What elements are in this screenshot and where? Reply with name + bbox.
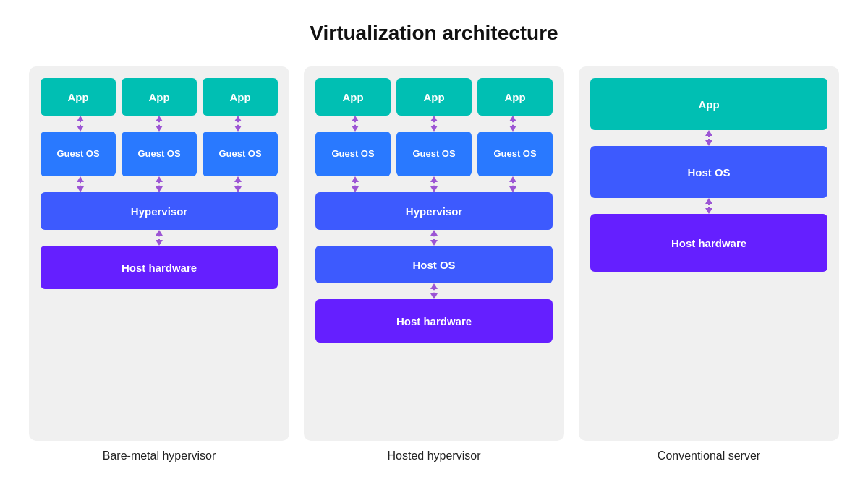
arrow-up-icon-3 <box>234 116 242 121</box>
arrow-up-c1 <box>705 130 712 136</box>
guest-os-2: Guest OS <box>122 132 197 176</box>
arrow-unit-2 <box>119 116 198 132</box>
arrow-up-h6 <box>509 176 516 182</box>
apps-row-hosted: App App App <box>315 78 553 116</box>
dashed-arrow-s1 <box>154 230 164 246</box>
dashed-arrow-c2 <box>704 198 714 214</box>
arrow-up-c2 <box>705 198 712 204</box>
app-box-conv: App <box>590 78 827 130</box>
dashed-arrow-1 <box>75 116 85 132</box>
hosted-diagram: App App App <box>304 66 564 463</box>
arrow-unit-3 <box>199 116 278 132</box>
bare-metal-diagram: App App App <box>29 66 289 463</box>
arrow-down-icon-2 <box>156 126 163 132</box>
dashed-arrow-h2 <box>429 116 439 132</box>
arrow-up-h1 <box>352 116 359 121</box>
bare-metal-label: Bare-metal hypervisor <box>103 450 216 463</box>
arrow-unit-h4 <box>315 176 394 192</box>
app-box-1: App <box>41 78 116 116</box>
arrow-down-h2 <box>430 126 438 132</box>
arrow-down-h3 <box>509 126 516 132</box>
dashed-arrow-6 <box>233 176 243 192</box>
arrow-connector-2 <box>41 176 278 192</box>
arrow-down-h6 <box>509 186 516 192</box>
arrow-connector-h2 <box>315 176 553 192</box>
arrow-down-icon-4 <box>77 186 84 192</box>
guest-os-row-hosted: Guest OS Guest OS Guest OS <box>315 132 553 176</box>
dashed-arrow-h6 <box>508 176 518 192</box>
arrow-unit-4 <box>41 176 119 192</box>
arrow-up-icon <box>77 116 84 121</box>
arrow-down-s1 <box>156 240 163 246</box>
arrow-single-1 <box>41 230 278 246</box>
guest-os-1: Guest OS <box>41 132 116 176</box>
arrow-down-icon-5 <box>156 186 163 192</box>
arrow-down-hs2 <box>430 293 438 299</box>
arrow-unit-h2 <box>394 116 473 132</box>
arrow-up-icon-5 <box>156 176 163 182</box>
arrow-up-hs1 <box>430 230 438 236</box>
arrow-down-c1 <box>705 140 712 146</box>
arrow-unit-h5 <box>394 176 473 192</box>
hypervisor-layer-bm: Hypervisor <box>41 192 278 230</box>
bare-metal-box: App App App <box>29 66 289 441</box>
app-box-2: App <box>122 78 197 116</box>
arrow-up-icon-6 <box>234 176 242 182</box>
guest-os-row-bare-metal: Guest OS Guest OS Guest OS <box>41 132 278 176</box>
hosted-label: Hosted hypervisor <box>388 450 481 463</box>
arrow-down-h1 <box>352 126 359 132</box>
arrow-unit-h3 <box>474 116 553 132</box>
arrow-single-c1 <box>590 130 827 146</box>
host-os-hosted: Host OS <box>315 246 553 283</box>
app-box-h3: App <box>477 78 553 116</box>
hosted-box: App App App <box>304 66 564 441</box>
arrow-down-h4 <box>352 186 359 192</box>
diagrams-row: App App App <box>29 66 839 463</box>
dashed-arrow-4 <box>75 176 85 192</box>
arrow-connector-h1 <box>315 116 553 132</box>
app-box-3: App <box>203 78 278 116</box>
page-title: Virtualization architecture <box>310 22 558 45</box>
host-os-conv: Host OS <box>590 146 827 198</box>
arrow-down-c2 <box>705 208 712 214</box>
dashed-arrow-h4 <box>350 176 360 192</box>
arrow-down-h5 <box>430 186 438 192</box>
apps-row-bare-metal: App App App <box>41 78 278 116</box>
dashed-arrow-hs2 <box>429 283 439 299</box>
guest-os-h2: Guest OS <box>396 132 472 176</box>
dashed-arrow-c1 <box>704 130 714 146</box>
conventional-diagram: App Host OS Host hardware Conventional s… <box>579 66 839 463</box>
arrow-unit-5 <box>119 176 198 192</box>
app-box-h2: App <box>396 78 472 116</box>
guest-os-h1: Guest OS <box>315 132 391 176</box>
host-hardware-bm: Host hardware <box>41 246 278 289</box>
arrow-unit-6 <box>199 176 278 192</box>
arrow-up-h5 <box>430 176 438 182</box>
arrow-unit-1 <box>41 116 119 132</box>
conventional-label: Conventional server <box>658 450 760 463</box>
guest-os-h3: Guest OS <box>477 132 553 176</box>
arrow-connector-1 <box>41 116 278 132</box>
dashed-arrow-h3 <box>508 116 518 132</box>
host-hardware-hosted: Host hardware <box>315 299 553 343</box>
dashed-arrow-3 <box>233 116 243 132</box>
host-hardware-conv: Host hardware <box>590 214 827 272</box>
arrow-up-icon-2 <box>156 116 163 121</box>
arrow-up-h2 <box>430 116 438 121</box>
guest-os-3: Guest OS <box>203 132 278 176</box>
arrow-single-h3 <box>315 283 553 299</box>
dashed-arrow-hs1 <box>429 230 439 246</box>
dashed-arrow-2 <box>154 116 164 132</box>
arrow-single-c2 <box>590 198 827 214</box>
arrow-down-icon <box>77 126 84 132</box>
arrow-up-hs2 <box>430 283 438 289</box>
conventional-box: App Host OS Host hardware <box>579 66 839 441</box>
dashed-arrow-h5 <box>429 176 439 192</box>
arrow-up-h3 <box>509 116 516 121</box>
arrow-unit-h6 <box>474 176 553 192</box>
arrow-single-h2 <box>315 230 553 246</box>
dashed-arrow-5 <box>154 176 164 192</box>
arrow-down-icon-3 <box>234 126 242 132</box>
arrow-unit-h1 <box>315 116 394 132</box>
arrow-up-icon-4 <box>77 176 84 182</box>
